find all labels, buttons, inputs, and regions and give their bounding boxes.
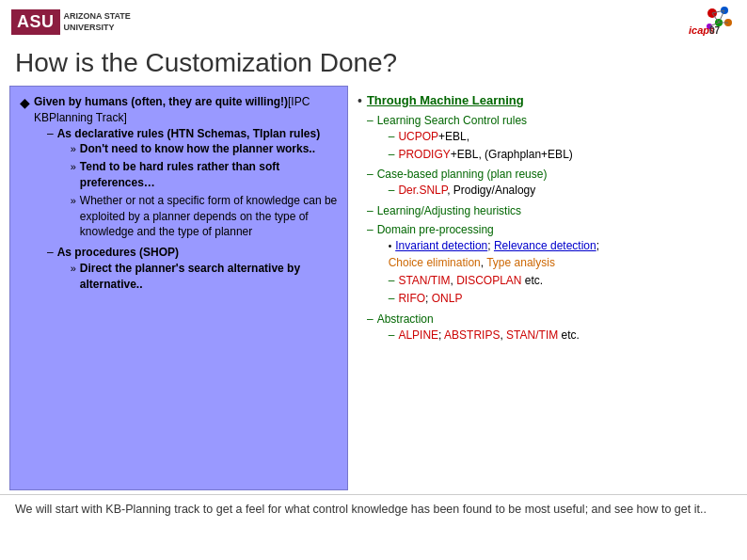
r-sub-sub-abstraction: – ALPINE; ABSTRIPS, STAN/TIM etc. (389, 328, 580, 344)
right-sub-list: – Learning Search Control rules – UCPOP+… (367, 113, 728, 344)
r-item-dersnlp: – Der.SNLP, Prodigy/Analogy (389, 183, 548, 199)
left-main-text: Given by humans (often, they are quite w… (34, 94, 338, 297)
r-sub-sub-case: – Der.SNLP, Prodigy/Analogy (389, 183, 548, 199)
r-item-domain: – Domain pre-processing • Invariant dete… (367, 222, 728, 309)
svg-text:07: 07 (709, 25, 721, 36)
r-item-case-based: – Case-based planning (plan reuse) – Der… (367, 167, 728, 200)
university-name: ARIZONA STATE UNIVERSITY (64, 11, 131, 33)
asu-logo: ASU ARIZONA STATE UNIVERSITY (11, 9, 131, 35)
r-item-choice: Choice elimination, Type analysis (389, 255, 599, 271)
right-main-bullet: • Through Machine Learning (358, 93, 728, 108)
page-title: How is the Customization Done? (0, 44, 747, 86)
r-item-invariant: • Invariant detection; Relevance detecti… (389, 238, 599, 254)
left-main-item: ◆ Given by humans (often, they are quite… (20, 94, 338, 297)
asu-text: ASU (17, 12, 55, 32)
left-panel: ◆ Given by humans (often, they are quite… (9, 86, 348, 490)
sub-item-procedures: – As procedures (SHOP) » Direct the plan… (47, 245, 338, 294)
right-panel: • Through Machine Learning – Learning Se… (348, 86, 738, 490)
r-sub-sub-domain: • Invariant detection; Relevance detecti… (389, 238, 599, 307)
r-item-prodigy: – PRODIGY+EBL, (Graphplan+EBL) (389, 147, 573, 163)
header: ASU ARIZONA STATE UNIVERSITY icaps 07 (0, 0, 747, 44)
sub-sub-item-3: » Whether or not a specific form of know… (71, 193, 338, 240)
r-sub-sub-learning: – UCPOP+EBL, – PRODIGY+EBL, (Graphplan+E… (389, 129, 573, 163)
sub-sub-item-2: » Tend to be hard rules rather than soft… (71, 159, 338, 191)
r-item-learning-search: – Learning Search Control rules – UCPOP+… (367, 113, 728, 164)
r-item-ucpop: – UCPOP+EBL, (389, 129, 573, 145)
icaps-logo: icaps 07 (660, 6, 736, 39)
sub-sub-list-1: » Don't need to know how the planner wor… (71, 141, 338, 240)
sub-sub-item-1: » Don't need to know how the planner wor… (71, 141, 338, 157)
asu-logo-block: ASU (11, 9, 60, 35)
footer-text: We will start with KB-Planning track to … (15, 503, 707, 516)
main-content: ◆ Given by humans (often, they are quite… (0, 86, 747, 490)
footer: We will start with KB-Planning track to … (0, 494, 747, 524)
bullet-symbol: ◆ (20, 94, 30, 113)
r-item-heuristics: – Learning/Adjusting heuristics (367, 203, 728, 219)
r-item-abstraction: – Abstraction – ALPINE; ABSTRIPS, STAN/T… (367, 312, 728, 345)
through-ml-label: Through Machine Learning (367, 93, 524, 107)
left-sub-list: – As declarative rules (HTN Schemas, TIp… (47, 126, 338, 295)
r-item-rifo: – RIFO; ONLP (389, 291, 599, 307)
r-item-alpine: – ALPINE; ABSTRIPS, STAN/TIM etc. (389, 328, 580, 344)
r-item-stan: – STAN/TIM, DISCOPLAN etc. (389, 273, 599, 289)
sub-sub-list-2: » Direct the planner's search alternativ… (71, 261, 338, 293)
sub-item-declarative: – As declarative rules (HTN Schemas, TIp… (47, 126, 338, 243)
sub-sub-item-shop-1: » Direct the planner's search alternativ… (71, 261, 338, 293)
